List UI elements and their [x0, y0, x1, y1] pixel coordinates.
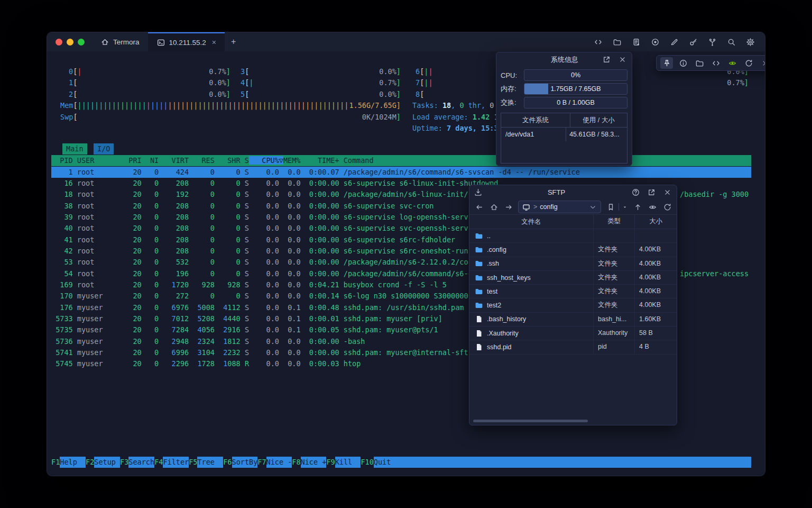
file-name-cell: test	[469, 287, 593, 296]
fnkey-f8[interactable]: F8	[292, 457, 300, 468]
htop-tab-main[interactable]: Main	[62, 143, 87, 155]
fnkey-f5[interactable]: F5	[189, 457, 197, 468]
filesystem-row[interactable]: /dev/vda145.61GB / 58.3...	[501, 128, 627, 141]
sort-column-header[interactable]: CPU%▽	[249, 156, 283, 165]
caret-down-button[interactable]	[622, 201, 628, 213]
fnkey-f9[interactable]: F9	[326, 457, 335, 468]
close-window-button[interactable]	[56, 39, 62, 46]
file-row-ssh-host-keys[interactable]: ssh_host_keys文件夹4.00KB	[469, 271, 677, 285]
mem-meter-bar: |	[318, 101, 322, 110]
bookmark-button[interactable]	[605, 201, 616, 213]
column-header-0[interactable]: 文件名	[469, 215, 593, 229]
swp-meter: Swp[0K/1024M]	[60, 112, 401, 123]
fnlabel-help[interactable]: Help	[60, 457, 86, 468]
ni-cell: 0	[142, 359, 159, 368]
fnkey-f2[interactable]: F2	[86, 457, 94, 468]
record-button[interactable]	[649, 36, 661, 48]
fnlabel-setup[interactable]: Setup	[94, 457, 120, 468]
file-row--[interactable]: ..	[469, 229, 677, 243]
fnkey-f3[interactable]: F3	[120, 457, 128, 468]
cpu-cell: 0.0	[249, 258, 279, 266]
column-header-1[interactable]: 类型	[593, 215, 634, 228]
download-icon[interactable]	[474, 188, 483, 197]
sftp-horizontal-scrollbar[interactable]	[473, 420, 588, 422]
fnkey-f1[interactable]: F1	[51, 457, 60, 468]
chevron-down-icon[interactable]	[588, 203, 597, 212]
cpu-cell: 0.0	[249, 247, 279, 255]
command-cell: busybox crond -f -S -l 5	[344, 280, 447, 289]
metric-label: 交换:	[501, 98, 521, 107]
tab-close-icon[interactable]: ×	[212, 38, 216, 47]
eye-button[interactable]	[647, 201, 658, 213]
maximize-window-button[interactable]	[78, 39, 85, 46]
file-row--ssh[interactable]: .ssh文件夹4.00KB	[469, 257, 677, 271]
external-button[interactable]	[646, 187, 657, 198]
fnlabel-nice-[interactable]: Nice -	[266, 457, 292, 468]
state-cell: S	[245, 292, 249, 300]
user-cell: root	[77, 258, 124, 266]
file-size-cell: 4.00KB	[634, 271, 677, 284]
close-button[interactable]	[759, 57, 765, 69]
tab-termora[interactable]: Termora	[92, 32, 148, 51]
log-button[interactable]	[630, 36, 642, 48]
metric-progressbar: 0%	[524, 69, 628, 81]
fnlabel-filter[interactable]: Filter	[163, 457, 189, 468]
traffic-lights	[47, 32, 92, 51]
fnkey-f7[interactable]: F7	[257, 457, 266, 468]
arrow-right-button[interactable]	[503, 201, 514, 213]
info-button[interactable]	[677, 57, 689, 69]
fnkey-f6[interactable]: F6	[223, 457, 232, 468]
fnlabel-nice-[interactable]: Nice +	[301, 457, 327, 468]
close-button[interactable]	[662, 187, 672, 198]
file-row-test[interactable]: test文件夹4.00KB	[469, 285, 677, 298]
fnlabel-search[interactable]: Search	[128, 457, 154, 468]
column-header-2[interactable]: 大小	[634, 215, 677, 228]
file-row--config[interactable]: .config文件夹4.00KB	[469, 243, 677, 257]
fnlabel-tree[interactable]: Tree	[197, 457, 223, 468]
cpu-meter-2: 2[0.0%]	[69, 89, 230, 100]
keychain-button[interactable]	[706, 36, 718, 48]
arrow-up-button[interactable]	[632, 201, 643, 213]
cpu-cell: 0.0	[249, 179, 279, 187]
close-button[interactable]	[617, 54, 628, 66]
process-row-1[interactable]: 1 root 20 0 424 0 0 S 0.0 0.0 0:00.07 /p…	[51, 167, 751, 178]
edit-button[interactable]	[668, 36, 680, 48]
time-cell: 0:00.00	[301, 235, 339, 244]
code-button[interactable]	[592, 36, 604, 48]
pin-button[interactable]	[660, 57, 673, 69]
fnlabel-kill[interactable]: Kill	[335, 457, 361, 468]
folder-button[interactable]	[693, 57, 706, 69]
external-button[interactable]	[601, 54, 612, 66]
file-type-cell: 文件夹	[593, 285, 634, 298]
fnlabel-sortby[interactable]: SortBy	[232, 457, 258, 468]
settings-button[interactable]	[744, 36, 756, 48]
file-row--bash-history[interactable]: .bash_historybash_hi...1.60KB	[469, 313, 677, 326]
cpu-meter-value: 0.7%	[727, 77, 744, 88]
cpu-cell: 0.0	[249, 303, 279, 312]
refresh-button[interactable]	[662, 201, 672, 213]
file-row-sshd-pid[interactable]: sshd.pidpid4 B	[469, 340, 677, 354]
tab-10-211-55-2[interactable]: 10.211.55.2×	[148, 32, 225, 51]
process-table-header[interactable]: PID USER PRI NI VIRT RES SHR S CPU%▽MEM%…	[51, 155, 751, 166]
minimize-window-button[interactable]	[67, 39, 73, 46]
refresh-button[interactable]	[742, 57, 755, 69]
search-button[interactable]	[725, 36, 737, 48]
file-name-cell: .config	[469, 246, 593, 254]
key-button[interactable]	[687, 36, 699, 48]
fnlabel-quit[interactable]: Quit	[374, 457, 751, 468]
path-breadcrumb[interactable]: >config	[518, 201, 601, 213]
file-row--Xauthority[interactable]: .XauthorityXauthority58 B	[469, 326, 677, 340]
folder-button[interactable]	[611, 36, 623, 48]
arrow-left-button[interactable]	[474, 201, 484, 213]
cpu-meter-track: 0.0%	[249, 66, 396, 77]
home-button[interactable]	[488, 201, 499, 213]
file-type-cell: pid	[593, 340, 634, 353]
code-button[interactable]	[709, 57, 722, 69]
new-tab-button[interactable]: +	[225, 32, 242, 51]
fnkey-f10[interactable]: F10	[361, 457, 373, 468]
fnkey-f4[interactable]: F4	[154, 457, 163, 468]
htop-tab-io[interactable]: I/O	[94, 143, 114, 155]
nvidia-button[interactable]	[726, 57, 739, 69]
file-row-test2[interactable]: test2文件夹4.00KB	[469, 298, 677, 312]
help-button[interactable]	[630, 187, 641, 198]
